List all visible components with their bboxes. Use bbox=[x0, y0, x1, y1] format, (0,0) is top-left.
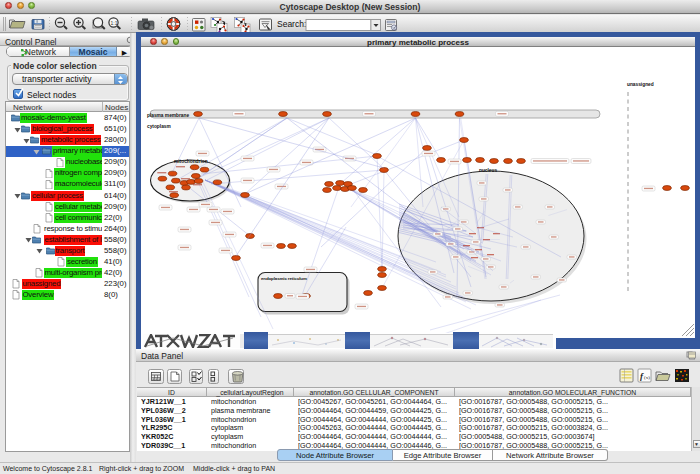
svg-text:(x): (x) bbox=[644, 375, 650, 380]
svg-text:endoplasmic reticulum: endoplasmic reticulum bbox=[261, 276, 307, 281]
svg-text:plasma membrane: plasma membrane bbox=[147, 113, 189, 118]
svg-text:cytoplasm: cytoplasm bbox=[147, 124, 171, 129]
svg-text:mitochondrion: mitochondrion bbox=[174, 159, 208, 164]
svg-text:Search:: Search: bbox=[277, 19, 306, 29]
svg-text:nucleus: nucleus bbox=[479, 168, 497, 173]
svg-text:unassigned: unassigned bbox=[627, 82, 654, 87]
svg-text:1:1: 1:1 bbox=[111, 20, 118, 26]
